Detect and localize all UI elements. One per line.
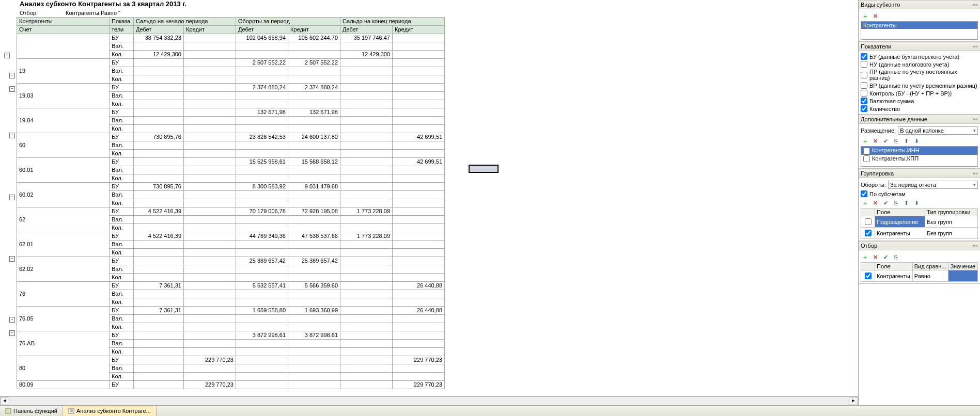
tree-toggle[interactable]: − [9,133,15,138]
table-cell-account[interactable]: 62.01 [17,232,110,257]
check-icon[interactable]: ✔ [881,137,890,145]
grid-cell[interactable]: Контрагенты [875,228,925,239]
table-cell-account[interactable]: 62 [17,207,110,232]
grouping-grid[interactable]: ПолеТип группировки Подразделение Без гр… [861,208,978,239]
tree-toggle[interactable]: − [9,195,15,200]
table-cell-account[interactable]: 76.05 [17,307,110,331]
indicator-checkbox[interactable] [861,82,867,89]
scroll-left-button[interactable]: ◄ [0,397,9,405]
move-down-icon[interactable]: ⬇ [912,199,921,207]
horizontal-scrollbar[interactable]: ◄ ► [0,396,858,405]
collapse-icon[interactable]: «« [973,44,978,49]
add-icon[interactable]: ＋ [861,137,869,145]
table-cell-account[interactable]: 60.01 [17,158,110,183]
subconto-types-list[interactable]: Контрагенты [861,21,978,40]
report-table[interactable]: Контрагенты Показа Сальдо на начало пери… [17,17,445,389]
taskbar-tab-functions[interactable]: Панель функций [0,406,63,416]
extra-data-list[interactable]: Контрагенты.ИННКонтрагенты.КПП [861,146,978,167]
taskbar-tab-report[interactable]: Анализ субконто Контраге... [63,406,157,416]
delete-icon[interactable]: ✕ [871,199,879,207]
table-cell-account[interactable]: 19 [17,59,110,84]
add-icon[interactable]: ＋ [861,199,869,207]
indicator-checkbox[interactable] [861,61,867,68]
table-cell-account[interactable]: 19.03 [17,84,110,108]
check-icon[interactable]: ✔ [881,253,890,261]
delete-icon[interactable]: ✕ [871,137,879,145]
grid-cell[interactable]: Подразделение [875,216,925,228]
indicator-checkbox[interactable] [861,72,867,78]
panel-header-indicators[interactable]: Показатели«« [859,42,980,51]
table-cell-account[interactable]: 80 [17,356,110,381]
copy-icon[interactable]: ⎘ [892,253,900,261]
tree-toggle[interactable]: − [9,317,15,323]
indicator-checkbox[interactable] [861,105,867,112]
list-item[interactable]: Контрагенты.ИНН [861,147,977,155]
move-up-icon[interactable]: ⬆ [902,137,910,145]
table-cell-account[interactable]: 76 [17,282,110,307]
collapse-icon[interactable]: «« [973,243,978,248]
table-cell-account[interactable] [17,34,110,59]
collapse-icon[interactable]: «« [973,2,978,7]
cell-cursor [469,165,499,173]
taskbar: Панель функций Анализ субконто Контраге.… [0,405,980,416]
collapse-icon[interactable]: «« [973,117,978,122]
table-cell-account[interactable]: 62.02 [17,257,110,282]
grid-cell[interactable]: Без групп [925,228,978,239]
functions-icon [5,408,11,414]
tree-toggle[interactable]: − [9,73,15,78]
panel-header-subconto-types[interactable]: Виды субконто«« [859,0,980,9]
move-down-icon[interactable]: ⬇ [912,137,921,145]
copy-icon[interactable]: ⎘ [892,137,900,145]
copy-icon[interactable]: ⎘ [892,199,900,207]
report-icon [68,408,74,414]
indicator-checkbox[interactable] [861,98,867,104]
delete-icon[interactable]: ✕ [871,253,879,261]
indicator-checkbox[interactable] [861,53,867,60]
grid-cell[interactable]: Равно [912,270,948,282]
table-cell-account[interactable]: 60.02 [17,183,110,207]
placement-select[interactable]: В одной колонке▾ [898,126,978,135]
move-up-icon[interactable]: ⬆ [902,199,910,207]
by-subaccounts-checkbox[interactable] [861,190,867,197]
svg-rect-0 [6,408,11,413]
indicator-checkbox[interactable] [861,90,867,97]
add-icon[interactable]: ＋ [861,12,869,20]
report-filter: Отбор: Контрагенты Равно " [0,10,858,17]
panel-header-extra-data[interactable]: Дополнительные данные«« [859,115,980,124]
panel-header-grouping[interactable]: Группировка«« [859,169,980,178]
report-title: Анализ субконто Контрагенты за 3 квартал… [0,0,858,10]
delete-icon[interactable]: ✕ [871,12,879,20]
grid-cell[interactable] [948,270,978,282]
tree-toggle[interactable]: − [9,330,15,336]
scroll-right-button[interactable]: ► [849,397,858,405]
list-item[interactable]: Контрагенты.КПП [861,155,977,163]
grid-cell[interactable]: Контрагенты [875,270,913,282]
turnover-select[interactable]: За период отчета▾ [888,181,978,189]
table-cell-account[interactable]: 80.09 [17,381,110,389]
check-icon[interactable]: ✔ [881,199,890,207]
tree-toggle[interactable]: − [9,256,15,262]
table-cell-account[interactable]: 60 [17,133,110,158]
table-cell-account[interactable]: 19.04 [17,108,110,133]
panel-header-filter[interactable]: Отбор«« [859,241,980,250]
table-cell-account[interactable]: 76.АВ [17,331,110,356]
add-icon[interactable]: ＋ [861,253,869,261]
filter-grid[interactable]: ПолеВид сравн...Значение Контрагенты Рав… [861,262,978,282]
tree-toggle[interactable]: − [9,86,15,92]
collapse-icon[interactable]: «« [973,171,978,176]
grid-cell[interactable]: Без групп [925,216,978,228]
tree-toggle[interactable]: − [4,53,10,58]
